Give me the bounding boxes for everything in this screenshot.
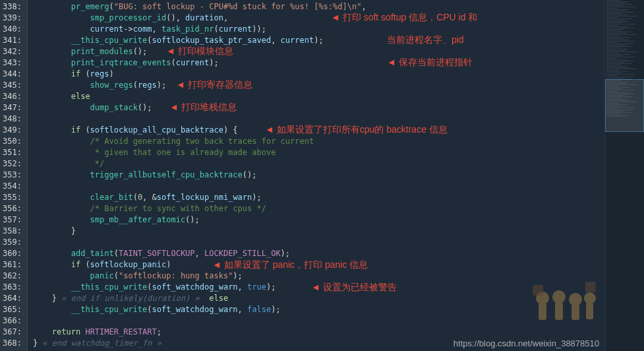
line-number: 357:: [3, 214, 22, 226]
line-number: 339:: [3, 13, 22, 24]
line-number: 347:: [3, 102, 22, 113]
line-number: 362:: [3, 271, 22, 282]
line-number: 348:: [3, 113, 22, 125]
line-number-gutter: 338: 339: 340: 341: 342: 343: 344: 345: …: [0, 0, 28, 351]
line-number: 351:: [3, 147, 22, 158]
line-number: 358:: [3, 226, 22, 237]
line-number: 340:: [3, 24, 22, 35]
line-number: 364:: [3, 293, 22, 304]
line-number: 365:: [3, 304, 22, 315]
line-number: 338:: [3, 1, 22, 13]
line-number: 356:: [3, 203, 22, 214]
line-number: 349:: [3, 125, 22, 136]
line-number: 359:: [3, 237, 22, 248]
line-number: 353:: [3, 170, 22, 181]
line-number: 343:: [3, 57, 22, 69]
code-content[interactable]: pr_emerg("BUG: soft lockup - CPU#%d stuc…: [28, 0, 604, 351]
line-number: 346:: [3, 91, 22, 102]
line-number: 350:: [3, 136, 22, 147]
line-number: 360:: [3, 248, 22, 259]
code-editor: 338: 339: 340: 341: 342: 343: 344: 345: …: [0, 0, 644, 351]
line-number: 363:: [3, 282, 22, 293]
line-number: 368:: [3, 338, 22, 349]
minimap-viewport[interactable]: [605, 79, 644, 132]
line-number: 367:: [3, 327, 22, 338]
line-number: 341:: [3, 35, 22, 46]
watermark-text: https://blog.csdn.net/weixin_38878510: [454, 338, 599, 348]
line-number: 361:: [3, 259, 22, 271]
line-number: 355:: [3, 192, 22, 203]
minimap[interactable]: [604, 0, 644, 351]
line-number: 352:: [3, 158, 22, 170]
line-number: 345:: [3, 80, 22, 91]
line-number: 366:: [3, 315, 22, 327]
line-number: 344:: [3, 69, 22, 80]
line-number: 342:: [3, 46, 22, 57]
line-number: 354:: [3, 181, 22, 192]
